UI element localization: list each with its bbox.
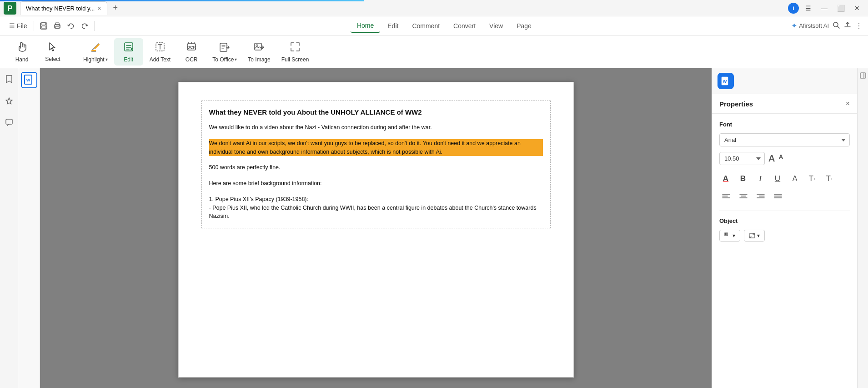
active-tab[interactable]: What they NEVER told y... × <box>20 1 107 15</box>
to-office-tool-label: To Office ▾ <box>212 56 237 63</box>
font-section-label: Font <box>719 121 850 128</box>
highlight-tool-label: Highlight ▾ <box>83 56 108 63</box>
pdf-para-4: Here are some brief background informati… <box>209 179 543 188</box>
ocr-tool-label: OCR <box>186 56 198 63</box>
upload-button[interactable] <box>843 20 852 31</box>
highlight-dropdown-icon: ▾ <box>105 57 108 62</box>
to-image-tool-button[interactable]: To Image <box>243 38 275 66</box>
superscript-button[interactable]: T+ <box>806 172 818 185</box>
section-divider <box>719 211 850 211</box>
svg-text:OCR: OCR <box>187 45 196 50</box>
sidebar-comment-icon[interactable] <box>2 116 16 131</box>
to-office-dropdown-icon: ▾ <box>235 57 237 62</box>
underline-button[interactable]: U <box>771 172 784 185</box>
menu-button[interactable]: ☰ <box>801 2 815 15</box>
to-office-icon <box>219 41 231 55</box>
edit-icon <box>123 41 135 55</box>
full-screen-tool-button[interactable]: Full Screen <box>277 38 314 66</box>
svg-rect-7 <box>55 26 59 28</box>
ocr-tool-button[interactable]: OCR OCR <box>177 38 206 66</box>
tab-home[interactable]: Home <box>351 19 380 33</box>
panel-body: Font Arial 10.50 A A A B <box>712 114 857 249</box>
svg-rect-49 <box>725 233 727 235</box>
ai-star-icon: ✦ <box>791 21 797 30</box>
info-circle[interactable]: i <box>788 3 799 14</box>
italic-button[interactable]: I <box>754 172 767 185</box>
to-image-icon <box>253 41 265 55</box>
sidebar-bookmark-icon[interactable] <box>2 72 16 89</box>
align-left-button[interactable] <box>719 191 733 203</box>
minimize-button[interactable]: — <box>817 2 832 15</box>
subscript-button[interactable]: T+ <box>823 172 836 185</box>
panel-app-icon: W <box>717 73 734 89</box>
page-area[interactable]: What they NEVER told you About the UNHOL… <box>40 68 712 388</box>
svg-text:W: W <box>26 78 30 82</box>
sidebar-star-icon[interactable] <box>2 94 16 110</box>
toolbar-sep-1 <box>73 40 73 63</box>
font-size-select[interactable]: 10.50 <box>719 152 765 165</box>
right-edge-panel-icon[interactable] <box>859 72 867 81</box>
pdf-para-highlighted: We don't want Ai in our scripts, we don'… <box>209 139 543 156</box>
hand-tool-button[interactable]: Hand <box>7 38 36 66</box>
align-right-button[interactable] <box>754 191 768 203</box>
pdf-title: What they NEVER told you About the UNHOL… <box>209 108 543 116</box>
pdf-para-5: 1. Pope Pius XII's Papacy (1939-1958):- … <box>209 195 543 221</box>
redo-button[interactable] <box>78 20 91 32</box>
close-tab-icon[interactable]: × <box>97 5 101 11</box>
full-screen-icon <box>289 41 301 55</box>
add-text-icon <box>154 41 166 55</box>
menu-bar: ☰ File Home Edit Comment Co <box>0 16 868 35</box>
document-type-icon[interactable]: W <box>21 72 37 88</box>
align-justify-button[interactable] <box>771 191 785 203</box>
svg-rect-4 <box>41 26 46 28</box>
edit-tool-label: Edit <box>124 56 133 63</box>
close-window-button[interactable]: ✕ <box>850 2 864 15</box>
bold-button[interactable]: B <box>737 172 749 185</box>
select-tool-label: Select <box>45 56 60 62</box>
align-center-button[interactable] <box>737 191 750 203</box>
search-button[interactable] <box>833 21 840 30</box>
select-tool-button[interactable]: Select <box>38 39 67 65</box>
font-decrease-icon[interactable]: A <box>778 153 783 164</box>
format-row: A B I U A T+ T+ <box>719 172 850 185</box>
to-office-tool-button[interactable]: To Office ▾ <box>208 38 241 66</box>
title-bar: P What they NEVER told y... × + i ☰ — ⬜ … <box>0 0 868 16</box>
panel-top-bar: W <box>712 68 857 94</box>
object-size-button[interactable]: ▾ <box>744 230 765 242</box>
ai-button[interactable]: ✦ Afirstsoft AI <box>791 21 829 30</box>
print-button[interactable] <box>50 20 64 32</box>
add-text-tool-button[interactable]: Add Text <box>145 38 175 66</box>
object-position-button[interactable]: ▾ <box>719 230 740 242</box>
ocr-icon: OCR <box>186 41 197 55</box>
menu-hamburger[interactable]: ☰ File <box>5 20 31 31</box>
font-name-select[interactable]: Arial <box>719 133 850 146</box>
svg-rect-31 <box>6 119 12 124</box>
menu-sep-2 <box>94 21 95 31</box>
save-button[interactable] <box>37 20 50 32</box>
svg-text:P: P <box>8 5 13 12</box>
font-name-row: Arial <box>719 133 850 146</box>
tab-edit[interactable]: Edit <box>381 20 405 32</box>
tab-comment[interactable]: Comment <box>406 20 446 32</box>
object-row: ▾ ▾ <box>719 230 850 242</box>
tab-convert[interactable]: Convert <box>447 20 482 32</box>
menu-right: ✦ Afirstsoft AI ⋮ <box>791 20 863 31</box>
main-area: W What they NEVER told you About the UNH… <box>0 68 868 388</box>
font-color-button[interactable]: A <box>719 172 732 185</box>
tab-view[interactable]: View <box>483 20 509 32</box>
ai-label: Afirstsoft AI <box>799 22 829 29</box>
panel-close-button[interactable]: × <box>846 100 850 108</box>
more-options-icon: ⋮ <box>855 21 863 30</box>
maximize-button[interactable]: ⬜ <box>833 2 848 15</box>
tab-page[interactable]: Page <box>510 20 538 32</box>
to-image-tool-label: To Image <box>248 56 270 63</box>
edit-tool-button[interactable]: Edit <box>114 38 143 66</box>
undo-button[interactable] <box>64 20 78 32</box>
add-tab-button[interactable]: + <box>109 2 122 15</box>
font-increase-icon[interactable]: A <box>768 153 775 164</box>
text-edit-box[interactable]: What they NEVER told you About the UNHOL… <box>201 101 551 228</box>
strikethrough-button[interactable]: A <box>788 173 801 185</box>
hand-icon <box>16 41 28 55</box>
hand-tool-label: Hand <box>15 56 29 63</box>
highlight-tool-button[interactable]: Highlight ▾ <box>79 38 112 66</box>
